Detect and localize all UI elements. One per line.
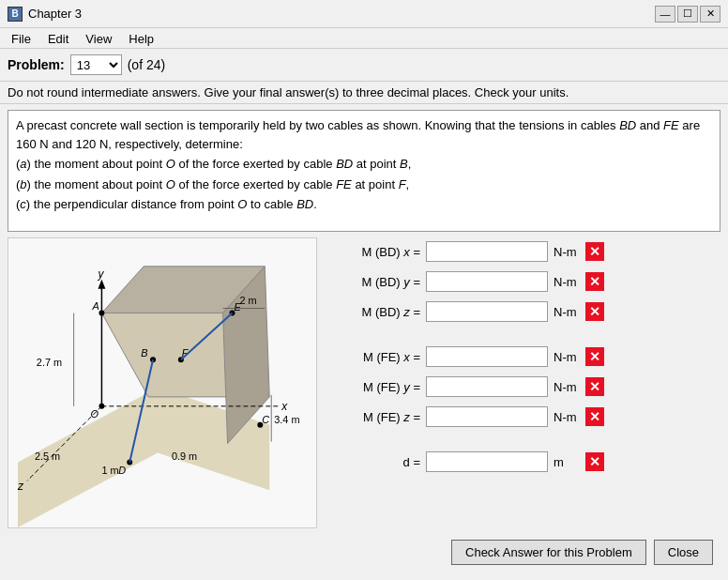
close-window-button[interactable]: ✕ (700, 6, 720, 23)
problem-bar: Problem: 13 (of 24) (0, 49, 728, 82)
diagram-svg: y x z O A B F E C (8, 238, 316, 527)
input-mfe-y[interactable] (426, 376, 548, 397)
input-mfe-x[interactable] (426, 346, 548, 367)
menu-help[interactable]: Help (121, 30, 161, 46)
clear-mfe-y-button[interactable]: ✕ (585, 377, 604, 396)
svg-text:B: B (141, 347, 147, 359)
svg-text:1 m: 1 m (101, 465, 118, 476)
window-title: Chapter 3 (28, 7, 82, 21)
clear-mbd-y-button[interactable]: ✕ (585, 272, 604, 291)
diagram-area: y x z O A B F E C (8, 237, 317, 528)
row-mbd-z: M (BD) z = N-m ✕ (326, 301, 711, 322)
svg-marker-5 (98, 280, 105, 289)
problem-selector[interactable]: 13 (70, 54, 122, 75)
unit-mfe-y: N-m (554, 380, 580, 394)
app-icon: B (8, 7, 23, 22)
svg-text:z: z (17, 480, 23, 493)
instructions: Do not round intermediate answers. Give … (0, 82, 728, 104)
problem-label: Problem: (8, 57, 65, 72)
close-button[interactable]: Close (654, 540, 713, 565)
unit-mbd-y: N-m (554, 275, 580, 289)
label-mfe-y: M (FE) y = (326, 380, 420, 394)
problem-part-c: (c) the perpendicular distance from poin… (16, 195, 712, 214)
row-mfe-z: M (FE) z = N-m ✕ (326, 406, 711, 427)
svg-text:O: O (90, 408, 99, 420)
label-mbd-z: M (BD) z = (326, 305, 420, 319)
problem-part-a: (a) the moment about point O of the forc… (16, 155, 712, 174)
menu-edit[interactable]: Edit (40, 30, 76, 46)
label-mfe-x: M (FE) x = (326, 350, 420, 364)
input-mfe-z[interactable] (426, 406, 548, 427)
menu-file[interactable]: File (4, 30, 38, 46)
form-area: M (BD) x = N-m ✕ M (BD) y = N-m ✕ M (BD)… (317, 237, 720, 528)
svg-text:3.4 m: 3.4 m (274, 414, 299, 425)
minimize-button[interactable]: — (655, 6, 675, 23)
svg-text:A: A (91, 301, 99, 313)
problem-text-area[interactable]: A precast concrete wall section is tempo… (8, 110, 720, 232)
clear-d-button[interactable]: ✕ (585, 452, 604, 471)
problem-total: (of 24) (128, 57, 165, 72)
unit-d: m (554, 455, 580, 469)
main-content: y x z O A B F E C (0, 237, 728, 528)
svg-text:D: D (118, 465, 126, 476)
unit-mfe-z: N-m (554, 410, 580, 424)
label-mfe-z: M (FE) z = (326, 410, 420, 424)
spacer-1 (326, 328, 711, 337)
row-d: d = m ✕ (326, 451, 711, 472)
input-d[interactable] (426, 451, 548, 472)
svg-text:y: y (97, 267, 104, 281)
check-answer-button[interactable]: Check Answer for this Problem (451, 540, 646, 565)
row-mfe-y: M (FE) y = N-m ✕ (326, 376, 711, 397)
spacer-2 (326, 433, 711, 442)
maximize-button[interactable]: ☐ (677, 6, 698, 23)
clear-mbd-x-button[interactable]: ✕ (585, 242, 604, 261)
svg-text:2.5 m: 2.5 m (35, 450, 60, 462)
row-mfe-x: M (FE) x = N-m ✕ (326, 346, 711, 367)
unit-mfe-x: N-m (554, 350, 580, 364)
input-mbd-y[interactable] (426, 271, 548, 292)
svg-point-11 (99, 404, 104, 409)
svg-text:x: x (281, 400, 288, 413)
title-bar-controls: — ☐ ✕ (655, 6, 720, 23)
clear-mfe-x-button[interactable]: ✕ (585, 347, 604, 366)
label-mbd-x: M (BD) x = (326, 245, 420, 259)
label-d: d = (326, 455, 420, 469)
title-bar-left: B Chapter 3 (8, 7, 82, 22)
menu-view[interactable]: View (78, 30, 119, 46)
unit-mbd-z: N-m (554, 305, 580, 319)
clear-mbd-z-button[interactable]: ✕ (585, 302, 604, 321)
title-bar: B Chapter 3 — ☐ ✕ (0, 0, 728, 28)
svg-text:0.9 m: 0.9 m (172, 450, 197, 462)
svg-text:2 m: 2 m (239, 295, 256, 306)
svg-point-13 (99, 311, 104, 316)
unit-mbd-x: N-m (554, 245, 580, 259)
problem-intro: A precast concrete wall section is tempo… (16, 116, 712, 153)
svg-text:C: C (262, 414, 269, 425)
label-mbd-y: M (BD) y = (326, 275, 420, 289)
row-mbd-y: M (BD) y = N-m ✕ (326, 271, 711, 292)
row-mbd-x: M (BD) x = N-m ✕ (326, 241, 711, 262)
input-mbd-x[interactable] (426, 241, 548, 262)
input-mbd-z[interactable] (426, 301, 548, 322)
svg-text:2.7 m: 2.7 m (37, 357, 62, 368)
menu-bar: File Edit View Help (0, 28, 728, 49)
clear-mfe-z-button[interactable]: ✕ (585, 407, 604, 426)
bottom-bar: Check Answer for this Problem Close (0, 532, 728, 572)
problem-part-b: (b) the moment about point O of the forc… (16, 176, 712, 194)
